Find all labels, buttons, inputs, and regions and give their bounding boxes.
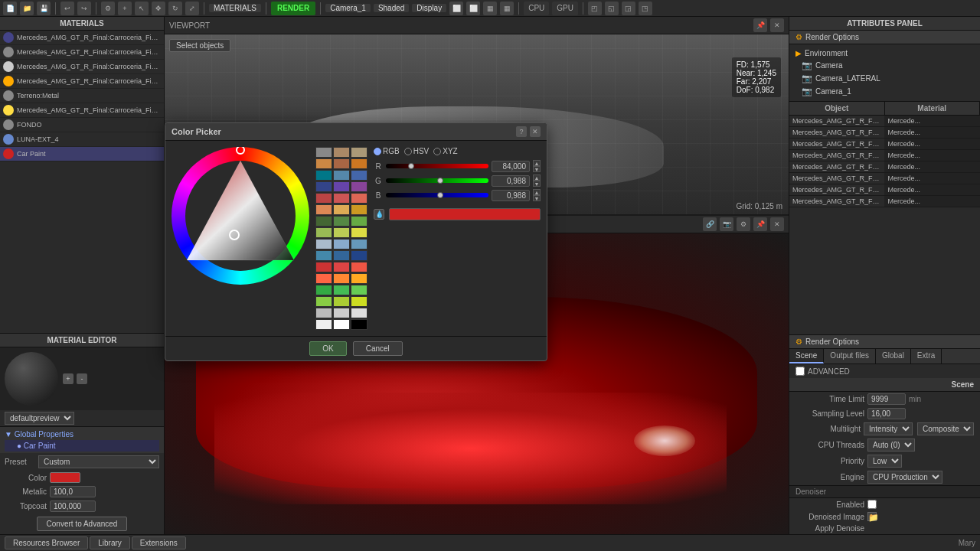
- color-swatch[interactable]: [333, 285, 350, 295]
- b-up-arrow[interactable]: ▲: [533, 189, 541, 195]
- toolbar-icon-select[interactable]: ↖: [135, 2, 149, 15]
- tab-output[interactable]: Output files: [824, 349, 876, 364]
- color-swatch[interactable]: [351, 239, 368, 249]
- global-properties-header[interactable]: ▼ Global Properties: [5, 429, 159, 440]
- time-limit-input[interactable]: [867, 393, 906, 405]
- color-swatch[interactable]: [333, 296, 350, 307]
- color-swatch[interactable]: [351, 181, 368, 192]
- tree-item-camera[interactable]: 📷 Camera: [789, 59, 980, 72]
- color-wheel-container[interactable]: [172, 147, 309, 285]
- tab-extra[interactable]: Extra: [911, 349, 942, 364]
- multilight-mode-select[interactable]: Intensity: [864, 422, 913, 435]
- material-item[interactable]: Mercedes_AMG_GT_R_Final:Carroceria_Final…: [0, 31, 164, 45]
- color-swatch[interactable]: [50, 472, 80, 483]
- color-swatch[interactable]: [315, 170, 332, 181]
- toolbar-icon-extra2[interactable]: ◱: [605, 2, 619, 15]
- g-up-arrow[interactable]: ▲: [533, 174, 541, 181]
- tree-item-camera-1[interactable]: 📷 Camera_1: [789, 85, 980, 98]
- color-swatch[interactable]: [351, 296, 368, 307]
- color-swatch[interactable]: [315, 273, 332, 284]
- dialog-close-icon[interactable]: ✕: [530, 126, 541, 137]
- g-down-arrow[interactable]: ▼: [533, 181, 541, 187]
- hsv-mode[interactable]: HSV: [404, 147, 430, 155]
- color-swatch[interactable]: [315, 147, 332, 158]
- viewport-close[interactable]: ✕: [770, 18, 784, 32]
- color-swatch[interactable]: [351, 262, 368, 272]
- toolbar-icon-add[interactable]: +: [118, 2, 132, 15]
- preset-select[interactable]: Custom: [38, 455, 159, 468]
- toolbar-icon-view2[interactable]: ⬜: [466, 2, 480, 15]
- shaded-dropdown[interactable]: Shaded: [374, 4, 409, 12]
- display-dropdown[interactable]: Display: [412, 4, 446, 12]
- color-swatch[interactable]: [315, 262, 332, 272]
- color-swatch[interactable]: [351, 193, 368, 204]
- eyedropper-icon[interactable]: 💧: [374, 209, 384, 220]
- multilight-composite-select[interactable]: Composite: [917, 422, 974, 435]
- mat-icon-1[interactable]: +: [63, 373, 74, 384]
- material-item[interactable]: Mercedes_AMG_GT_R_Final:Carroceria_Final…: [0, 60, 164, 74]
- toolbar-icon-open[interactable]: 📁: [20, 2, 34, 15]
- r-down-arrow[interactable]: ▼: [533, 166, 541, 172]
- preview-link[interactable]: 🔗: [703, 217, 717, 231]
- r-up-arrow[interactable]: ▲: [533, 160, 541, 166]
- metalic-input[interactable]: [50, 486, 96, 497]
- g-input[interactable]: [492, 175, 530, 187]
- color-swatch[interactable]: [315, 158, 332, 169]
- color-swatch[interactable]: [315, 227, 332, 238]
- table-row[interactable]: Mercedes_AMG_GT_R_Final:Carroceria_F...M…: [789, 184, 980, 196]
- select-objects-button[interactable]: Select objects: [169, 39, 230, 52]
- material-item[interactable]: Mercedes_AMG_GT_R_Final:Carroceria_Final…: [0, 103, 164, 118]
- color-swatch[interactable]: [315, 216, 332, 227]
- resources-browser-button[interactable]: Resources Browser: [5, 536, 88, 549]
- color-swatch[interactable]: [333, 273, 350, 284]
- color-swatch[interactable]: [333, 204, 350, 215]
- toolbar-icon-new[interactable]: 📄: [3, 2, 17, 15]
- tab-scene[interactable]: Scene: [789, 349, 824, 364]
- color-swatch[interactable]: [351, 204, 368, 215]
- color-swatch[interactable]: [333, 308, 350, 318]
- toolbar-icon-extra3[interactable]: ◲: [622, 2, 635, 15]
- color-swatch[interactable]: [333, 193, 350, 204]
- color-swatch[interactable]: [315, 308, 332, 318]
- color-swatch[interactable]: [351, 319, 368, 330]
- table-row[interactable]: Mercedes_AMG_GT_R_Final:Chasis_Com...Mer…: [789, 196, 980, 207]
- material-item[interactable]: LUNA-EXT_4: [0, 132, 164, 147]
- color-swatch[interactable]: [315, 239, 332, 249]
- table-row[interactable]: Mercedes_AMG_GT_R_Final:Carroceria_Fil..…: [789, 150, 980, 161]
- tree-item-environment[interactable]: ▶ Environment: [789, 47, 980, 59]
- b-input[interactable]: [492, 190, 530, 201]
- material-item[interactable]: Terreno:Metal: [0, 89, 164, 103]
- toolbar-icon-move[interactable]: ✥: [152, 2, 165, 15]
- dialog-help-icon[interactable]: ?: [516, 126, 527, 137]
- viewport-pin[interactable]: 📌: [753, 18, 767, 32]
- preview-select[interactable]: defaultpreview: [5, 412, 74, 425]
- table-row[interactable]: Mercedes_AMG_GT_R_Final:Chasis_Com...Mer…: [789, 116, 980, 127]
- toolbar-icon-rotate[interactable]: ↻: [168, 2, 182, 15]
- color-swatch[interactable]: [351, 285, 368, 295]
- xyz-mode[interactable]: XYZ: [433, 147, 457, 155]
- toolbar-icon-view1[interactable]: ⬜: [449, 2, 463, 15]
- library-button[interactable]: Library: [90, 536, 130, 549]
- preview-pin[interactable]: 📌: [753, 217, 767, 231]
- toolbar-icon-extra1[interactable]: ◰: [588, 2, 602, 15]
- b-down-arrow[interactable]: ▼: [533, 195, 541, 201]
- color-swatch[interactable]: [351, 227, 368, 238]
- toolbar-icon-scale[interactable]: ⤢: [185, 2, 199, 15]
- rgb-mode[interactable]: RGB: [374, 147, 400, 155]
- toolbar-icon-view3[interactable]: ▦: [483, 2, 497, 15]
- color-swatch[interactable]: [351, 158, 368, 169]
- material-item[interactable]: Car Paint: [0, 147, 164, 161]
- table-row[interactable]: Mercedes_AMG_GT_R_Final:Chasis_Com...Mer…: [789, 161, 980, 173]
- preview-camera[interactable]: 📷: [720, 217, 733, 231]
- color-swatch[interactable]: [315, 285, 332, 295]
- preview-close[interactable]: ✕: [770, 217, 784, 231]
- color-swatch[interactable]: [351, 273, 368, 284]
- render-button[interactable]: RENDER: [271, 2, 315, 15]
- sampling-input[interactable]: [867, 408, 906, 419]
- color-swatch[interactable]: [333, 239, 350, 249]
- toolbar-icon-undo[interactable]: ↩: [60, 2, 74, 15]
- engine-select[interactable]: CPU Production: [867, 471, 942, 484]
- car-paint-active[interactable]: ● Car Paint: [5, 440, 159, 452]
- tree-item-camera-lateral[interactable]: 📷 Camera_LATERAL: [789, 72, 980, 85]
- b-slider[interactable]: [386, 193, 488, 197]
